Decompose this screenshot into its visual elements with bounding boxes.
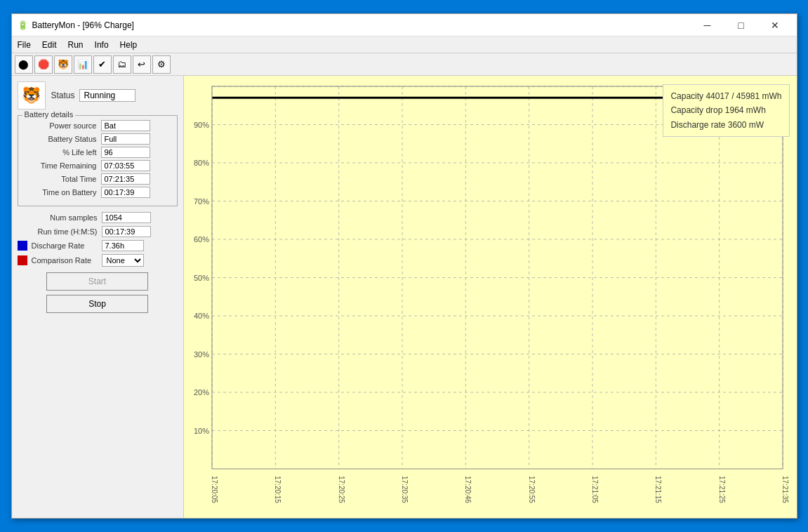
- svg-text:17:21:05: 17:21:05: [591, 476, 599, 503]
- life-left-value: 96: [101, 147, 150, 158]
- toolbar-btn-2[interactable]: 🐯: [54, 55, 72, 74]
- svg-text:60%: 60%: [193, 235, 208, 244]
- power-source-row: Power source Bat: [24, 120, 171, 131]
- time-on-battery-label: Time on Battery: [24, 188, 101, 197]
- menu-info[interactable]: Info: [89, 39, 114, 51]
- titlebar-left: 🔋 BatteryMon - [96% Charge]: [18, 20, 134, 30]
- toolbar: ⬤ 🛑 🐯 📊 ✔ 🗂 ↩ ⚙: [12, 53, 797, 76]
- svg-text:17:20:15: 17:20:15: [274, 476, 282, 503]
- life-left-label: % Life left: [24, 148, 101, 157]
- comparison-rate-indicator: [18, 255, 27, 265]
- toolbar-btn-7[interactable]: ⚙: [152, 55, 171, 74]
- toolbar-btn-0[interactable]: ⬤: [15, 55, 33, 74]
- svg-text:90%: 90%: [193, 121, 208, 129]
- battery-status-row: Battery Status Full: [24, 133, 171, 145]
- svg-text:20%: 20%: [193, 388, 208, 397]
- group-title: Battery details: [22, 110, 76, 119]
- menu-run[interactable]: Run: [62, 39, 89, 51]
- main-content: 🐯 Status Running Battery details Power s…: [12, 76, 797, 518]
- discharge-rate-label: Discharge Rate: [32, 241, 102, 250]
- stop-button[interactable]: Stop: [46, 295, 148, 313]
- svg-text:30%: 30%: [193, 350, 208, 359]
- discharge-rate-value: 7.36h: [102, 240, 144, 251]
- svg-text:17:20:25: 17:20:25: [337, 476, 345, 503]
- chart-area: 10%20%30%40%50%60%70%80%90%17:20:0517:20…: [184, 76, 797, 518]
- svg-text:50%: 50%: [193, 274, 208, 282]
- svg-text:17:21:15: 17:21:15: [654, 476, 662, 503]
- svg-text:17:20:55: 17:20:55: [527, 476, 535, 503]
- status-value: Running: [79, 89, 135, 102]
- toolbar-btn-5[interactable]: 🗂: [113, 55, 131, 74]
- svg-text:17:21:35: 17:21:35: [781, 476, 789, 503]
- total-time-row: Total Time 07:21:35: [24, 173, 171, 185]
- time-remaining-label: Time Remaining: [24, 161, 101, 170]
- comparison-rate-row: Comparison Rate None 1h 2h 3h 5h 7h 10h: [18, 254, 178, 267]
- menu-file[interactable]: File: [12, 39, 37, 51]
- comparison-rate-label: Comparison Rate: [32, 256, 102, 265]
- time-on-battery-value: 00:17:39: [101, 187, 150, 198]
- titlebar: 🔋 BatteryMon - [96% Charge] ─ □ ✕: [12, 14, 797, 36]
- status-label-row: Status Running: [51, 89, 135, 102]
- toolbar-btn-1[interactable]: 🛑: [34, 55, 53, 74]
- power-source-label: Power source: [24, 121, 101, 130]
- chart-svg: 10%20%30%40%50%60%70%80%90%17:20:0517:20…: [184, 76, 797, 518]
- time-remaining-value: 07:03:55: [101, 160, 150, 171]
- status-row: 🐯 Status Running: [18, 81, 178, 109]
- status-container: Status Running: [51, 89, 135, 102]
- num-samples-label: Num samples: [18, 213, 102, 222]
- app-icon: 🐯: [18, 81, 46, 109]
- menubar: File Edit Run Info Help: [12, 36, 797, 53]
- left-panel: 🐯 Status Running Battery details Power s…: [12, 76, 184, 518]
- life-left-row: % Life left 96: [24, 147, 171, 158]
- menu-edit[interactable]: Edit: [37, 39, 62, 51]
- close-button[interactable]: ✕: [759, 15, 791, 35]
- discharge-rate-row: Discharge Rate 7.36h: [18, 240, 178, 251]
- svg-text:10%: 10%: [193, 427, 208, 435]
- window-title: BatteryMon - [96% Charge]: [32, 20, 134, 30]
- tooltip-discharge-rate: Discharge rate 3600 mW: [670, 118, 781, 132]
- run-time-label: Run time (H:M:S): [18, 227, 102, 236]
- tooltip-capacity-drop: Capacity drop 1964 mWh: [670, 103, 781, 117]
- tooltip-capacity: Capacity 44017 / 45981 mWh: [670, 89, 781, 103]
- svg-text:17:20:46: 17:20:46: [464, 476, 472, 503]
- svg-text:40%: 40%: [193, 312, 208, 320]
- power-source-value: Bat: [101, 120, 150, 131]
- titlebar-controls: ─ □ ✕: [691, 15, 791, 35]
- toolbar-btn-4[interactable]: ✔: [93, 55, 112, 74]
- time-on-battery-row: Time on Battery 00:17:39: [24, 187, 171, 198]
- toolbar-btn-6[interactable]: ↩: [133, 55, 151, 74]
- discharge-rate-indicator: [18, 241, 27, 251]
- minimize-button[interactable]: ─: [691, 15, 724, 35]
- maximize-button[interactable]: □: [725, 15, 757, 35]
- status-label: Status: [51, 91, 75, 100]
- num-samples-row: Num samples 1054: [18, 212, 178, 223]
- svg-text:17:20:05: 17:20:05: [211, 476, 218, 503]
- total-time-value: 07:21:35: [101, 173, 150, 185]
- app-icon-title: 🔋: [18, 20, 28, 30]
- run-time-value: 00:17:39: [102, 226, 151, 237]
- battery-status-value: Full: [101, 133, 150, 145]
- time-remaining-row: Time Remaining 07:03:55: [24, 160, 171, 171]
- svg-text:70%: 70%: [193, 197, 208, 206]
- battery-details-group: Battery details Power source Bat Battery…: [18, 115, 178, 206]
- svg-text:80%: 80%: [193, 159, 208, 167]
- menu-help[interactable]: Help: [114, 39, 143, 51]
- run-time-row: Run time (H:M:S) 00:17:39: [18, 226, 178, 237]
- toolbar-btn-3[interactable]: 📊: [74, 55, 92, 74]
- svg-text:17:21:25: 17:21:25: [717, 476, 725, 503]
- tooltip-box: Capacity 44017 / 45981 mWh Capacity drop…: [663, 84, 789, 137]
- battery-status-label: Battery Status: [24, 135, 101, 143]
- total-time-label: Total Time: [24, 175, 101, 183]
- svg-text:17:20:35: 17:20:35: [401, 476, 409, 503]
- comparison-rate-select[interactable]: None 1h 2h 3h 5h 7h 10h: [102, 254, 144, 267]
- start-button[interactable]: Start: [46, 272, 148, 291]
- main-window: 🔋 BatteryMon - [96% Charge] ─ □ ✕ File E…: [11, 13, 797, 519]
- num-samples-value: 1054: [102, 212, 151, 223]
